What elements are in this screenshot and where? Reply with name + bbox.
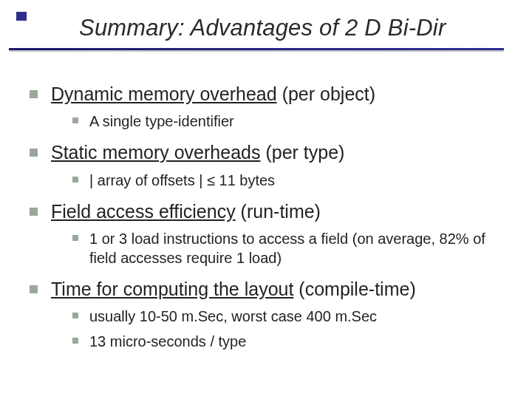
- square-bullet-icon: [72, 338, 78, 344]
- list-item: Time for computing the layout (compile-t…: [30, 278, 510, 301]
- bullet-text: Time for computing the layout (compile-t…: [51, 278, 416, 301]
- slide-title: Summary: Advantages of 2 D Bi-Dir: [79, 15, 446, 41]
- square-bullet-icon: [72, 235, 78, 241]
- square-bullet-icon: [30, 208, 38, 216]
- square-bullet-icon: [30, 90, 38, 98]
- square-bullet-icon: [72, 177, 78, 183]
- title-accent-square: [16, 12, 27, 21]
- list-item: 13 micro-seconds / type: [72, 332, 510, 351]
- slide-body: Dynamic memory overhead (per object) A s…: [30, 72, 510, 354]
- bullet-text: Dynamic memory overhead (per object): [51, 83, 375, 106]
- square-bullet-icon: [72, 117, 78, 123]
- list-item: Dynamic memory overhead (per object): [30, 83, 510, 106]
- bullet-text: | array of offsets | ≤ 11 bytes: [89, 171, 275, 190]
- title-underline: [9, 48, 504, 50]
- slide: Summary: Advantages of 2 D Bi-Dir Dynami…: [0, 0, 532, 399]
- list-item: 1 or 3 load instructions to access a fie…: [72, 229, 510, 267]
- list-item: | array of offsets | ≤ 11 bytes: [72, 171, 510, 190]
- square-bullet-icon: [72, 313, 78, 318]
- list-item: usually 10-50 m.Sec, worst case 400 m.Se…: [72, 307, 510, 326]
- list-item: A single type-identifier: [72, 112, 510, 131]
- list-item: Static memory overheads (per type): [30, 141, 510, 164]
- bullet-text: A single type-identifier: [89, 112, 234, 131]
- list-item: Field access efficiency (run-time): [30, 200, 510, 223]
- bullet-text: 1 or 3 load instructions to access a fie…: [89, 229, 510, 267]
- square-bullet-icon: [30, 149, 38, 157]
- square-bullet-icon: [30, 285, 38, 293]
- bullet-text: Field access efficiency (run-time): [51, 200, 321, 223]
- bullet-text: 13 micro-seconds / type: [89, 332, 246, 351]
- bullet-text: Static memory overheads (per type): [51, 141, 344, 164]
- bullet-text: usually 10-50 m.Sec, worst case 400 m.Se…: [89, 307, 377, 326]
